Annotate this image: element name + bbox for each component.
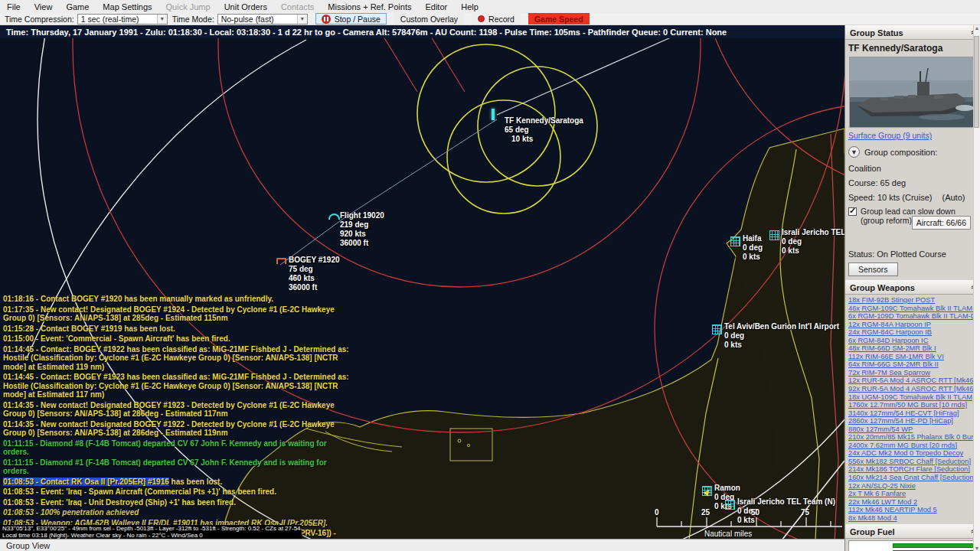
weapon-link[interactable]: 72x RIM-7M Sea Sparrow xyxy=(848,369,980,377)
weapon-link[interactable]: 214x Mk186 TORCH Flare [Seduction] xyxy=(848,465,980,474)
log-entry[interactable]: 01:15:00 - Event: 'Commercial - Spawn Ai… xyxy=(3,334,349,344)
menu-view[interactable]: View xyxy=(28,2,60,12)
weapon-link[interactable]: 12x AN/SLQ-25 Nixie xyxy=(848,482,980,491)
command-modern-operations-window: File View Game Map Settings Quick Jump U… xyxy=(0,0,980,551)
unit-haifa[interactable]: Haifa 0 deg 0 kts xyxy=(743,234,763,262)
unit-course: 219 deg xyxy=(340,220,384,230)
weapon-link[interactable]: 12x RGM-84A Harpoon IP xyxy=(848,321,980,329)
weapon-link[interactable]: 3140x 127mm/54 HE-CVT [HiFrag] xyxy=(848,409,980,418)
time-compression-select[interactable]: 1 sec (real-time) ▾ xyxy=(77,14,168,24)
menu-map-settings[interactable]: Map Settings xyxy=(96,2,158,12)
weapon-link[interactable]: 48x RIM-66D SM-2MR Blk I xyxy=(848,344,980,353)
log-entry[interactable]: 01:15:28 - Contact BOGEY #1919 has been … xyxy=(3,324,349,334)
aircraft-count-box[interactable]: Aircraft: 66/66 xyxy=(912,216,971,230)
weapon-link[interactable]: 18x UGM-109C Tomahawk Blk II TLAM xyxy=(848,393,980,402)
weapon-link[interactable]: 24x ADC Mk2 Mod 0 Torpedo Decoy xyxy=(848,449,980,458)
scroll-up-icon[interactable]: ▲ xyxy=(975,25,980,31)
group-weapons-title: Group Weapons xyxy=(850,283,915,292)
group-fuel-table xyxy=(848,540,977,551)
weapon-link[interactable]: 24x RGM-84C Harpoon IB xyxy=(848,328,980,337)
weapon-link[interactable]: 160x Mk214 Sea Gnat Chaff [Seduction] xyxy=(848,474,980,482)
weapon-link[interactable]: 6x RGM-109D Tomahawk Blk II TLAM-D xyxy=(848,312,980,321)
weapon-link[interactable]: 210x 20mm/85 Mk15 Phalanx Blk 0 Burst [2… xyxy=(848,433,980,442)
menu-unit-orders[interactable]: Unit Orders xyxy=(217,2,274,12)
menu-file[interactable]: File xyxy=(0,2,28,12)
game-speed-button[interactable]: Game Speed xyxy=(528,13,590,24)
weapon-link[interactable]: 64x RIM-66G SM-2MR Blk II xyxy=(848,360,980,369)
friendly-air-icon[interactable] xyxy=(328,214,340,220)
message-log[interactable]: 01:18:16 - Contact BOGEY #1920 has been … xyxy=(3,295,349,551)
menu-editor[interactable]: Editor xyxy=(418,2,454,12)
expand-composition-button[interactable]: ▼ xyxy=(848,146,860,158)
weapon-link[interactable]: 22x Mk46 LWT Mod 2 xyxy=(848,498,980,507)
log-entry[interactable]: 01:11:15 - Diamond #8 (F-14B Tomcat) dep… xyxy=(3,439,349,457)
menu-game[interactable]: Game xyxy=(59,2,96,12)
unit-speed: 10 kts xyxy=(505,135,583,144)
group-status-header[interactable]: Group Status » xyxy=(845,25,980,40)
unit-tf-kennedy-saratoga[interactable]: TF Kennedy/Saratoga 65 deg 10 kts xyxy=(505,107,583,144)
group-composition-label: Group composition: xyxy=(864,148,937,157)
weapon-link[interactable]: 880x 127mm/54 WP xyxy=(848,425,980,434)
log-entry[interactable]: 01:08:53 - Event: 'Iraq - Unit Destroyed… xyxy=(3,498,349,507)
tactical-map[interactable]: TF Kennedy/Saratoga 65 deg 10 kts Flight… xyxy=(0,38,844,551)
unit-speed: 0 kts xyxy=(782,246,844,256)
group-fuel-header[interactable]: Group Fuel » xyxy=(845,524,980,539)
status-line-2: Local time 03:18 (Night)- Weather Clear … xyxy=(2,533,299,540)
stop-pause-button[interactable]: Stop / Pause xyxy=(315,13,387,24)
log-entry[interactable]: 01:08:53 - 100% penetration achieved xyxy=(3,508,349,517)
menu-contacts: Contacts xyxy=(274,2,321,12)
weapon-link[interactable]: 2x T Mk 6 Fanfare xyxy=(848,490,980,498)
weapon-link[interactable]: 112x Mk46 NEARTIP Mod 5 xyxy=(848,506,980,514)
facility-icon[interactable] xyxy=(730,236,740,246)
facility-icon[interactable] xyxy=(712,324,722,334)
scrollbar-thumb[interactable] xyxy=(974,36,979,128)
unit-label: Haifa xyxy=(743,234,763,243)
scroll-down-icon[interactable]: ▼ xyxy=(975,546,980,551)
unit-israli-jericho-tel[interactable]: Israli Jericho TEL T 0 deg 0 kts xyxy=(782,228,844,256)
weapon-link[interactable]: 18x FIM-92B Stinger POST xyxy=(848,296,980,305)
airbase-icon[interactable] xyxy=(702,486,712,496)
unit-flight-19020[interactable]: Flight 19020 219 deg 920 kts 36000 ft xyxy=(340,211,384,248)
sensors-button[interactable]: Sensors xyxy=(848,262,898,276)
weapon-link[interactable]: 12x RUR-5A Mod 4 ASROC RTT [Mk46 Mod 2] xyxy=(848,377,980,385)
log-entry[interactable]: 01:17:35 - New contact! Designated BOGEY… xyxy=(3,305,349,323)
log-entry[interactable]: 01:14:45 - Contact: BOGEY #1922 has been… xyxy=(3,345,349,372)
weapon-link[interactable]: 46x RGM-109C Tomahawk Blk II TLAM-C xyxy=(848,305,980,313)
group-status-title: Group Status xyxy=(850,28,903,37)
weapon-link[interactable]: 2860x 127mm/54 HE-PD [HiCap] xyxy=(848,417,980,425)
menu-help[interactable]: Help xyxy=(454,2,485,12)
weapon-link[interactable]: 8x Mk48 Mod 4 xyxy=(848,514,980,523)
log-selection: 01:08:53 - Contact RK Osa II [Pr.205ER] … xyxy=(3,478,169,486)
unit-tel-aviv-ben-gurion[interactable]: Tel Aviv/Ben Gurion Int'l Airport 0 deg … xyxy=(724,322,839,350)
facility-icon[interactable] xyxy=(725,500,735,510)
custom-overlay-button[interactable]: Custom Overlay xyxy=(394,13,464,24)
weapon-link[interactable]: 1760x 12.7mm/50 MG Burst [10 rnds] xyxy=(848,401,980,409)
record-button[interactable]: Record xyxy=(472,13,521,24)
weapon-link[interactable]: 92x RUR-5A Mod 4 ASROC RTT [Mk46 Mod 5] xyxy=(848,385,980,393)
log-entry[interactable]: 01:14:35 - New contact! Designated BOGEY… xyxy=(3,401,349,419)
facility-icon[interactable] xyxy=(769,230,779,240)
log-entry[interactable]: 01:08:53 - Event: 'Iraq - Spawn Aircraft… xyxy=(3,487,349,497)
surface-group-icon[interactable] xyxy=(492,109,495,120)
weapon-link[interactable]: 6x RGM-84D Harpoon IC xyxy=(848,337,980,345)
unit-altitude: 36000 ft xyxy=(289,283,340,292)
log-entry[interactable]: 01:11:15 - Diamond #1 (F-14B Tomcat) dep… xyxy=(3,458,349,476)
unit-course: 75 deg xyxy=(289,265,340,274)
weapon-link[interactable]: 556x Mk182 SRBOC Chaff [Seduction] xyxy=(848,458,980,466)
weapon-link[interactable]: 2400x 7.62mm MG Burst [20 rnds] xyxy=(848,442,980,450)
scale-tick-50: 50 xyxy=(751,508,760,517)
unit-bogey-1920[interactable]: BOGEY #1920 75 deg 460 kts 36000 ft xyxy=(289,256,340,292)
checkbox-checked-icon[interactable] xyxy=(848,207,857,216)
time-mode-select[interactable]: No-pulse (fast) ▾ xyxy=(217,14,308,24)
surface-group-link[interactable]: Surface Group (9 units) xyxy=(845,129,980,142)
log-entry[interactable]: 01:14:35 - New contact! Designated BOGEY… xyxy=(3,420,349,438)
log-entry[interactable]: 01:18:16 - Contact BOGEY #1920 has been … xyxy=(3,295,349,304)
log-entry[interactable]: 01:14:45 - Contact: BOGEY #1923 has been… xyxy=(3,373,349,399)
group-weapons-header[interactable]: Group Weapons » xyxy=(845,280,980,295)
hostile-air-icon[interactable] xyxy=(276,258,286,264)
chevron-down-icon[interactable]: ▾ xyxy=(157,15,167,24)
log-entry-selected[interactable]: 01:08:53 - Contact RK Osa II [Pr.205ER] … xyxy=(3,478,349,487)
menu-missions-ref-points[interactable]: Missions + Ref. Points xyxy=(321,2,418,12)
weapon-link[interactable]: 112x RIM-66E SM-1MR Blk VI xyxy=(848,353,980,361)
chevron-down-icon[interactable]: ▾ xyxy=(297,15,307,24)
